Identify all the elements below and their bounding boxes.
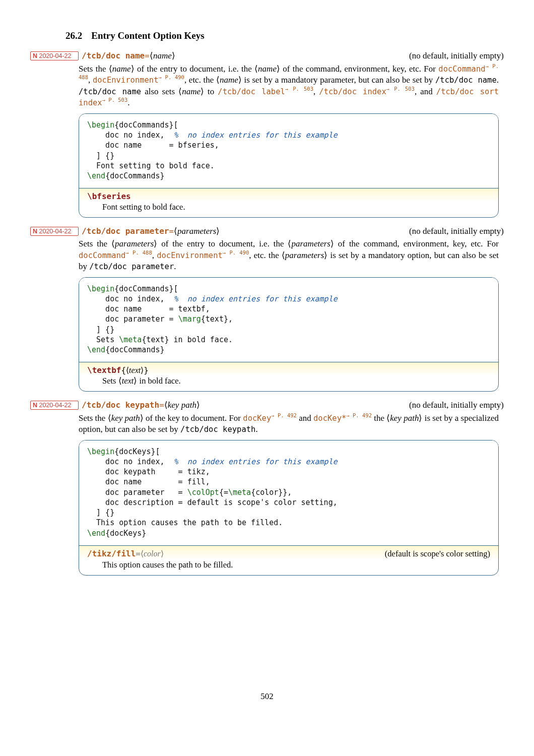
entry-head: N 2020-04-22 /tcb/doc parameter=⟨paramet… xyxy=(30,226,504,236)
new-badge: N 2020-04-22 xyxy=(30,227,79,236)
description: Sets the ⟨name⟩ of the entry to document… xyxy=(79,63,499,108)
example-box: \begin{docCommands}[ doc no index, % no … xyxy=(79,113,499,218)
page-ref[interactable]: → P. 490 xyxy=(159,74,184,80)
key-path: /tcb/doc name=⟨name⟩ xyxy=(82,50,175,61)
section-title: 26.2Entry Content Option Keys xyxy=(65,30,504,41)
entry-doc-keypath: N 2020-04-22 /tcb/doc keypath=⟨key path⟩… xyxy=(30,400,504,576)
description: Sets the ⟨key path⟩ of the key to docume… xyxy=(79,412,499,434)
new-badge: N 2020-04-22 xyxy=(30,401,79,410)
link-docKeyStar[interactable]: docKey* xyxy=(313,414,346,423)
entry-doc-parameter: N 2020-04-22 /tcb/doc parameter=⟨paramet… xyxy=(30,226,504,392)
link-docKey[interactable]: docKey xyxy=(243,414,271,423)
default-note: (no default, initially empty) xyxy=(409,226,504,236)
example-box: \begin{docKeys}[ doc no index, % no inde… xyxy=(79,440,499,576)
result-output: /tikz/fill=⟨color⟩ (default is scope's c… xyxy=(79,546,498,560)
key-path: /tcb/doc parameter=⟨parameters⟩ xyxy=(82,226,220,236)
default-note: (no default, initially empty) xyxy=(409,51,504,61)
section-number: 26.2 xyxy=(65,30,82,41)
page-number: 502 xyxy=(30,691,504,702)
result-desc: Font setting to bold face. xyxy=(79,202,498,217)
key-path: /tcb/doc keypath=⟨key path⟩ xyxy=(82,400,200,410)
link-docCommand[interactable]: docCommand xyxy=(438,65,485,74)
section-text: Entry Content Option Keys xyxy=(91,30,204,41)
link-docEnvironment[interactable]: docEnvironment xyxy=(93,76,159,85)
description: Sets the ⟨parameters⟩ of the entry to do… xyxy=(79,238,499,272)
example-box: \begin{docCommands}[ doc no index, % no … xyxy=(79,277,499,392)
link-docCommand[interactable]: docCommand xyxy=(79,251,125,260)
result-output: \bfseries xyxy=(79,188,498,202)
code-listing: \begin{docCommands}[ doc no index, % no … xyxy=(79,278,498,360)
entry-head: N 2020-04-22 /tcb/doc keypath=⟨key path⟩… xyxy=(30,400,504,410)
link-doc-index[interactable]: /tcb/doc index xyxy=(319,87,386,96)
code-listing: \begin{docCommands}[ doc no index, % no … xyxy=(79,114,498,186)
result-side-note: (default is scope's color setting) xyxy=(385,549,490,559)
result-desc: This option causes the path to be filled… xyxy=(79,560,498,575)
result-desc: Sets ⟨text⟩ in bold face. xyxy=(79,376,498,391)
new-badge: N 2020-04-22 xyxy=(30,51,79,60)
link-doc-label[interactable]: /tcb/doc label xyxy=(218,87,285,96)
link-docEnvironment[interactable]: docEnvironment xyxy=(157,251,223,260)
result-output: \textbf{⟨text⟩} xyxy=(79,362,498,376)
entry-doc-name: N 2020-04-22 /tcb/doc name=⟨name⟩ (no de… xyxy=(30,50,504,218)
code-listing: \begin{docKeys}[ doc no index, % no inde… xyxy=(79,440,498,543)
entry-head: N 2020-04-22 /tcb/doc name=⟨name⟩ (no de… xyxy=(30,50,504,61)
default-note: (no default, initially empty) xyxy=(409,400,504,410)
